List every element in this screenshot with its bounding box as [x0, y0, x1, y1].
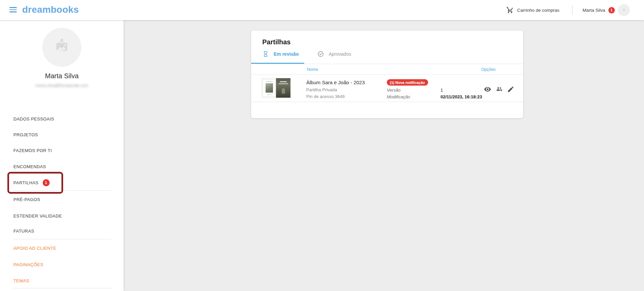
sidebar: Marta Silva marta.silva@fhcorporate.com …	[0, 20, 124, 291]
card-divider	[251, 64, 523, 64]
cart-label: Carrinho de compras	[517, 8, 559, 13]
album-thumbnails	[261, 78, 291, 98]
image-placeholder-icon	[52, 37, 72, 57]
user-notification-badge: 1	[608, 7, 615, 13]
partilhas-card: Partilhas Em revisão Aprovados Nome Opçõ…	[251, 31, 523, 118]
sidebar-divider	[13, 190, 111, 191]
card-title: Partilhas	[262, 38, 290, 46]
sidebar-divider	[13, 239, 111, 239]
tab-em-revisao[interactable]: Em revisão	[262, 51, 299, 57]
image-placeholder-icon	[621, 7, 627, 13]
sidebar-item-projetos[interactable]: PROJETOS	[0, 131, 124, 138]
sidebar-item-partilhas[interactable]: PARTILHAS 1	[0, 179, 124, 186]
sidebar-item-faturas[interactable]: FATURAS	[0, 228, 124, 234]
app-header: dreambooks Carrinho de compras Marta Sil…	[0, 0, 644, 20]
sidebar-item-paginacoes[interactable]: PAGINAÇÕES	[0, 261, 124, 268]
hourglass-icon	[262, 51, 269, 57]
sidebar-divider	[13, 288, 111, 288]
user-name: Marta Silva	[583, 8, 605, 13]
album-privacy: Partilha Privada	[306, 87, 337, 92]
share-users-icon[interactable]	[496, 86, 503, 93]
profile-avatar[interactable]	[42, 28, 81, 67]
column-header-opcoes: Opções	[481, 67, 496, 72]
profile-name: Marta Silva	[0, 72, 124, 80]
page: dreambooks Carrinho de compras Marta Sil…	[0, 0, 644, 291]
album-name: Álbum Sara e João - 2023	[306, 80, 365, 85]
tab-aprovados[interactable]: Aprovados	[317, 51, 351, 57]
sidebar-item-encomendas[interactable]: ENCOMENDAS	[0, 163, 124, 170]
card-divider	[251, 102, 523, 102]
hamburger-menu-button[interactable]	[9, 7, 17, 12]
cart-button[interactable]: Carrinho de compras	[506, 0, 559, 20]
sidebar-item-apoio-ao-cliente[interactable]: APOIO AO CLIENTE	[0, 245, 124, 251]
check-circle-icon	[317, 51, 324, 57]
album-pin: Pin de acesso 3649	[306, 94, 344, 99]
main-content: Partilhas Em revisão Aprovados Nome Opçõ…	[124, 20, 644, 291]
album-cover-front	[263, 79, 275, 97]
brand-logo[interactable]: dreambooks	[22, 4, 79, 15]
user-menu[interactable]: Marta Silva 1	[583, 0, 630, 20]
modified-value: 02/11/2023, 16:18:23	[441, 94, 482, 99]
version-value: 1	[441, 88, 443, 93]
partilhas-badge: 1	[43, 179, 50, 186]
version-label: Versão	[387, 88, 401, 93]
card-divider	[251, 75, 523, 75]
album-cover-back	[276, 78, 290, 98]
sidebar-item-temas[interactable]: TEMAS	[0, 277, 124, 284]
header-divider	[572, 5, 572, 15]
sidebar-item-pre-pagos[interactable]: PRÉ-PAGOS	[0, 196, 124, 203]
new-notification-badge: (1) Nova notificação	[387, 79, 428, 86]
sidebar-item-estender-validade[interactable]: ESTENDER VALIDADE	[0, 212, 124, 219]
profile-email-blurred: marta.silva@fhcorporate.com	[0, 83, 124, 88]
cart-icon	[506, 6, 514, 14]
modified-label: Modificação	[387, 94, 410, 99]
sidebar-item-fazemos-por-ti[interactable]: FAZEMOS POR TI	[0, 147, 124, 154]
column-header-nome: Nome	[307, 67, 318, 72]
edit-icon[interactable]	[507, 86, 514, 93]
sidebar-item-dados-pessoais[interactable]: DADOS PESSOAIS	[0, 115, 124, 122]
user-avatar[interactable]	[618, 4, 630, 16]
view-icon[interactable]	[484, 86, 491, 93]
